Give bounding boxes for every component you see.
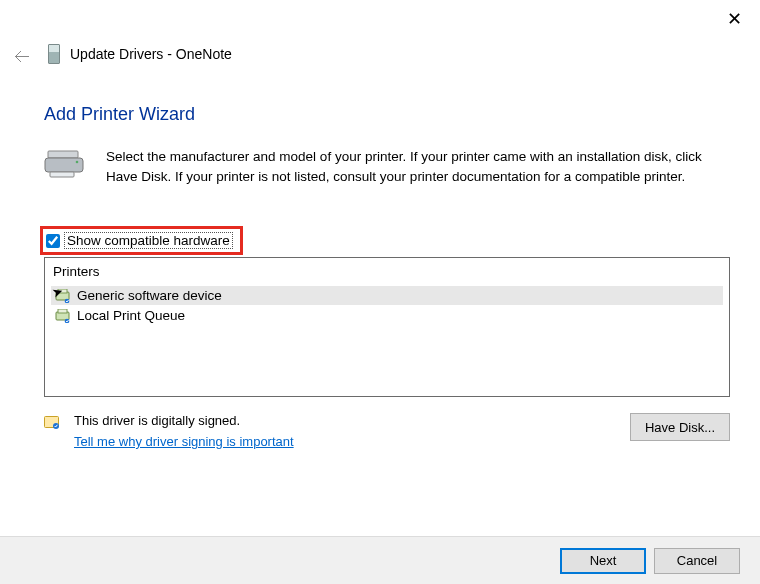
list-item-label: Local Print Queue — [77, 308, 185, 323]
svg-rect-2 — [50, 172, 74, 177]
svg-rect-5 — [58, 289, 67, 293]
list-item-label: Generic software device — [77, 288, 222, 303]
svg-rect-0 — [48, 151, 78, 158]
back-arrow-icon[interactable]: 🡠 — [14, 48, 30, 66]
show-compatible-checkbox[interactable] — [46, 234, 60, 248]
show-compatible-row[interactable]: Show compatible hardware — [44, 230, 239, 251]
svg-point-3 — [76, 161, 79, 164]
list-item[interactable]: Generic software device — [51, 286, 723, 305]
signature-link[interactable]: Tell me why driver signing is important — [74, 434, 294, 449]
printer-icon — [44, 149, 86, 179]
wizard-heading: Add Printer Wizard — [44, 104, 730, 125]
show-compatible-label: Show compatible hardware — [64, 232, 233, 249]
certificate-icon — [44, 416, 60, 430]
cancel-button[interactable]: Cancel — [654, 548, 740, 574]
svg-rect-8 — [58, 309, 67, 313]
have-disk-button[interactable]: Have Disk... — [630, 413, 730, 441]
printer-small-icon — [55, 289, 71, 303]
window-title: Update Drivers - OneNote — [70, 46, 232, 62]
svg-rect-1 — [45, 158, 83, 172]
next-button[interactable]: Next — [560, 548, 646, 574]
close-icon[interactable]: ✕ — [727, 10, 742, 28]
list-item[interactable]: Local Print Queue — [51, 306, 723, 325]
printer-small-icon — [55, 309, 71, 323]
window-title-row: Update Drivers - OneNote — [48, 44, 232, 64]
dialog-footer: Next Cancel — [0, 536, 760, 584]
list-header: Printers — [51, 262, 723, 285]
device-icon — [48, 44, 60, 64]
wizard-description: Select the manufacturer and model of you… — [106, 147, 730, 186]
signature-status: This driver is digitally signed. — [74, 413, 294, 428]
printers-listbox[interactable]: Printers Generic software device Local P… — [44, 257, 730, 397]
